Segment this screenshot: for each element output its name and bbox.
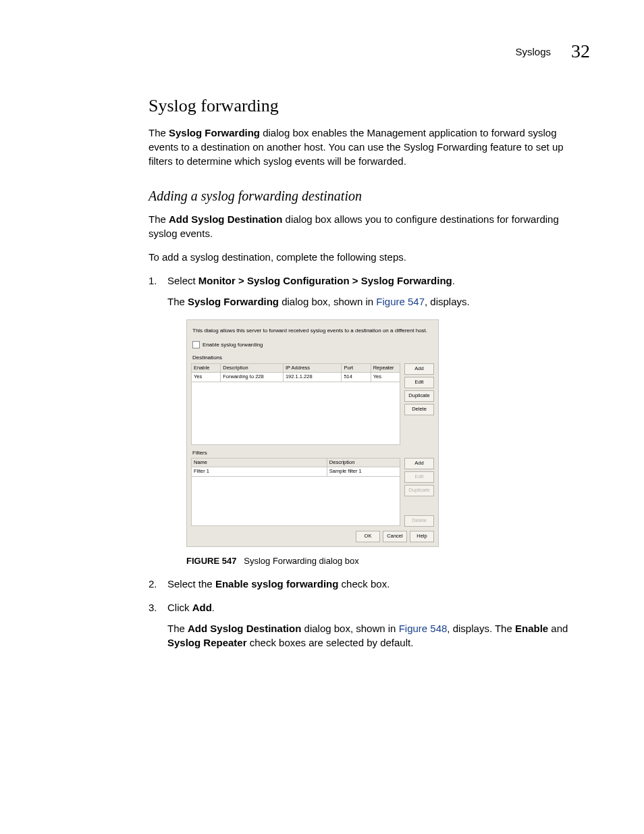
figure-547-link[interactable]: Figure 547: [376, 296, 425, 307]
table-row[interactable]: Yes Forwarding to 228 192.1.1.228 514 Ye…: [192, 373, 400, 382]
page-title: Syslog forwarding: [149, 96, 583, 116]
filters-table: Name Description Filter 1 Sample filter …: [191, 458, 400, 526]
step-2: Select the Enable syslog forwarding chec…: [149, 577, 583, 591]
syslog-forwarding-dialog: This dialog allows this server to forwar…: [186, 319, 439, 547]
ok-button[interactable]: OK: [356, 531, 380, 542]
cancel-button[interactable]: Cancel: [383, 531, 407, 542]
col-ip: IP Address: [283, 363, 342, 373]
col-repeater: Repeater: [371, 363, 400, 373]
dest-add-button[interactable]: Add: [404, 363, 434, 375]
sub-intro: The Add Syslog Destination dialog box al…: [149, 212, 583, 240]
col-port: Port: [342, 363, 371, 373]
col-description: Description: [221, 363, 284, 373]
dest-duplicate-button[interactable]: Duplicate: [404, 390, 434, 402]
filter-delete-button: Delete: [404, 515, 434, 527]
intro-bold: Syslog Forwarding: [169, 127, 260, 138]
intro-paragraph: The Syslog Forwarding dialog box enables…: [149, 126, 583, 168]
dest-delete-button[interactable]: Delete: [404, 404, 434, 415]
table-header-row: Enable Description IP Address Port Repea…: [192, 363, 400, 373]
figure-caption: FIGURE 547 Syslog Forwarding dialog box: [186, 555, 583, 567]
table-row[interactable]: Filter 1 Sample filter 1: [192, 467, 400, 477]
destinations-table: Enable Description IP Address Port Repea…: [191, 363, 400, 445]
figure-548-link[interactable]: Figure 548: [399, 623, 448, 634]
step-3: Click Add. The Add Syslog Destination di…: [149, 600, 583, 650]
filter-add-button[interactable]: Add: [404, 458, 434, 469]
filter-edit-button: Edit: [404, 471, 434, 483]
subheading: Adding a syslog forwarding destination: [149, 188, 583, 204]
help-button[interactable]: Help: [410, 531, 434, 542]
enable-syslog-checkbox[interactable]: [192, 341, 200, 348]
table-header-row: Name Description: [192, 458, 400, 467]
step-1: Select Monitor > Syslog Configuration > …: [149, 273, 583, 567]
header-page-number: 32: [571, 41, 590, 62]
col-desc: Description: [327, 458, 400, 467]
step-3-desc: The Add Syslog Destination dialog box, s…: [167, 621, 583, 650]
filter-duplicate-button: Duplicate: [404, 485, 434, 496]
enable-syslog-label: Enable syslog forwarding: [203, 341, 263, 348]
filters-group-label: Filters: [192, 449, 434, 457]
sub-instruction: To add a syslog destination, complete th…: [149, 250, 583, 264]
dialog-intro: This dialog allows this server to forwar…: [192, 327, 433, 334]
col-enable: Enable: [192, 363, 221, 373]
dest-edit-button[interactable]: Edit: [404, 377, 434, 388]
col-name: Name: [192, 458, 327, 467]
header-section-label: Syslogs: [515, 46, 551, 57]
page-header: Syslogs 32: [149, 41, 590, 62]
step-1-desc: The Syslog Forwarding dialog box, shown …: [167, 294, 583, 309]
destinations-group-label: Destinations: [192, 354, 434, 361]
